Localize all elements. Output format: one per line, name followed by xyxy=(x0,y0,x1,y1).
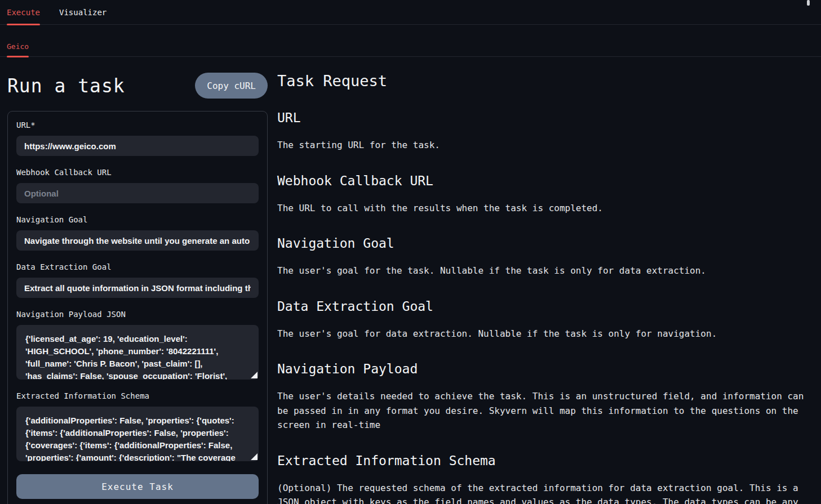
doc-section-url: URL The starting URL for the task. xyxy=(277,110,807,153)
navigation-payload-label: Navigation Payload JSON xyxy=(16,310,259,319)
data-extraction-goal-input[interactable] xyxy=(16,278,259,298)
main-tabbar: Execute Visualizer xyxy=(0,0,821,25)
doc-navigation-payload-title: Navigation Payload xyxy=(277,362,807,376)
docs-panel: Task Request URL The starting URL for th… xyxy=(277,57,807,504)
copy-curl-button[interactable]: Copy cURL xyxy=(195,73,268,99)
field-extracted-schema: Extracted Information Schema {'additiona… xyxy=(16,391,259,461)
url-label: URL* xyxy=(16,121,259,130)
tab-visualizer[interactable]: Visualizer xyxy=(59,8,106,24)
docs-title: Task Request xyxy=(277,72,807,90)
doc-navigation-payload-body: The user's details needed to achieve the… xyxy=(277,389,807,432)
doc-section-extracted-schema: Extracted Information Schema (Optional) … xyxy=(277,453,807,504)
page-title: Run a task xyxy=(7,75,125,97)
tab-visualizer-label: Visualizer xyxy=(59,8,106,17)
extracted-schema-textarea[interactable]: {'additionalProperties': False, 'propert… xyxy=(16,407,259,461)
sub-tabbar: Geico xyxy=(0,25,821,57)
doc-navigation-goal-body: The user's goal for the task. Nullable i… xyxy=(277,264,807,278)
field-navigation-goal: Navigation Goal xyxy=(16,215,259,251)
webhook-input[interactable] xyxy=(16,183,259,203)
tab-execute[interactable]: Execute xyxy=(7,8,40,24)
doc-section-data-extraction-goal: Data Extraction Goal The user's goal for… xyxy=(277,299,807,341)
extracted-schema-label: Extracted Information Schema xyxy=(16,391,259,400)
navigation-payload-wrap: {'licensed_at_age': 19, 'education_level… xyxy=(16,325,259,380)
url-input[interactable] xyxy=(16,136,259,156)
navigation-goal-input[interactable] xyxy=(16,230,259,251)
form-header: Run a task Copy cURL xyxy=(7,69,268,102)
doc-extracted-schema-body: (Optional) The requested schema of the e… xyxy=(277,481,807,504)
navigation-goal-label: Navigation Goal xyxy=(16,215,259,224)
field-webhook: Webhook Callback URL xyxy=(16,168,259,203)
scrollbar-thumb[interactable] xyxy=(807,0,810,6)
task-form-card: URL* Webhook Callback URL Navigation Goa… xyxy=(7,111,268,504)
doc-webhook-title: Webhook Callback URL xyxy=(277,173,807,188)
extracted-schema-wrap: {'additionalProperties': False, 'propert… xyxy=(16,407,259,461)
data-extraction-goal-label: Data Extraction Goal xyxy=(16,262,259,271)
navigation-payload-textarea[interactable]: {'licensed_at_age': 19, 'education_level… xyxy=(16,325,259,380)
doc-data-extraction-goal-body: The user's goal for data extraction. Nul… xyxy=(277,327,807,341)
field-navigation-payload: Navigation Payload JSON {'licensed_at_ag… xyxy=(16,310,259,380)
task-form-panel: Run a task Copy cURL URL* Webhook Callba… xyxy=(7,57,268,504)
field-data-extraction-goal: Data Extraction Goal xyxy=(16,262,259,298)
doc-url-title: URL xyxy=(277,110,807,125)
tab-execute-label: Execute xyxy=(7,8,40,17)
tab-geico-label: Geico xyxy=(7,42,29,51)
tab-geico[interactable]: Geico xyxy=(7,42,29,56)
execute-task-button[interactable]: Execute Task xyxy=(16,474,259,499)
doc-section-navigation-payload: Navigation Payload The user's details ne… xyxy=(277,362,807,432)
webhook-label: Webhook Callback URL xyxy=(16,168,259,177)
doc-section-navigation-goal: Navigation Goal The user's goal for the … xyxy=(277,236,807,278)
doc-webhook-body: The URL to call with the results when th… xyxy=(277,201,807,216)
field-url: URL* xyxy=(16,121,259,156)
doc-navigation-goal-title: Navigation Goal xyxy=(277,236,807,251)
doc-data-extraction-goal-title: Data Extraction Goal xyxy=(277,299,807,314)
doc-section-webhook: Webhook Callback URL The URL to call wit… xyxy=(277,173,807,216)
main-content: Run a task Copy cURL URL* Webhook Callba… xyxy=(0,57,821,504)
doc-url-body: The starting URL for the task. xyxy=(277,138,807,153)
doc-extracted-schema-title: Extracted Information Schema xyxy=(277,453,807,468)
